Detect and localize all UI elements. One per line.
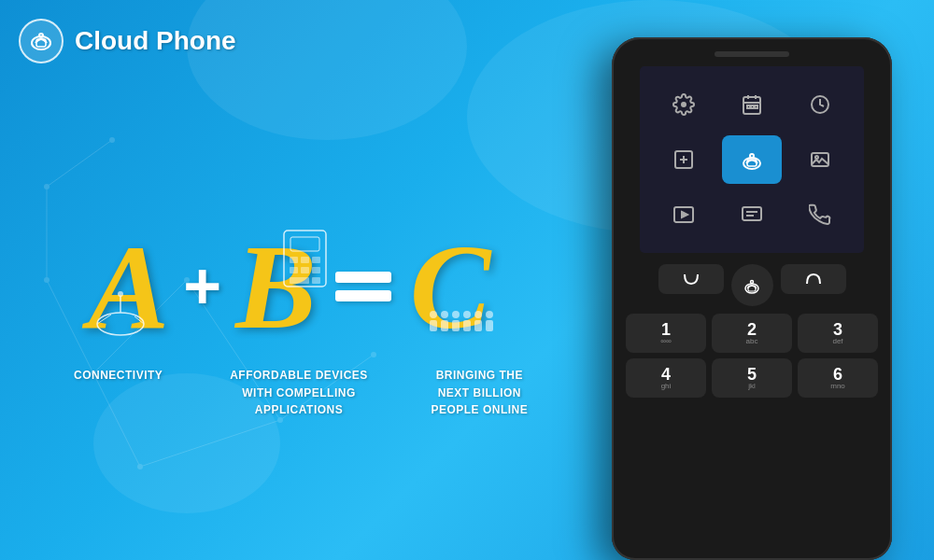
screen-icon-calendar[interactable] <box>722 80 783 128</box>
screen-icon-add[interactable] <box>654 135 715 183</box>
key-5-main: 5 <box>747 366 757 383</box>
crowd-icon <box>426 305 501 343</box>
key-1[interactable]: 1 ∞∞ <box>626 314 706 353</box>
phone-body: 1 ∞∞ 2 abc 3 def 4 ghi 5 jkl 6 mno <box>612 37 892 560</box>
plus-operator: + <box>183 254 221 319</box>
svg-point-34 <box>430 311 437 318</box>
key-4-sub: ghi <box>661 383 672 390</box>
svg-marker-63 <box>682 212 687 217</box>
svg-rect-51 <box>751 105 754 108</box>
svg-point-44 <box>486 311 493 318</box>
phone-screen <box>640 66 864 253</box>
svg-rect-25 <box>290 237 319 251</box>
affordable-text: AFFORDABLE DEVICESWITH COMPELLINGAPPLICA… <box>230 369 368 417</box>
equals-bar-bottom <box>335 290 391 301</box>
svg-rect-50 <box>747 105 750 108</box>
svg-rect-52 <box>755 105 757 108</box>
bringing-text: BRINGING THENEXT BILLIONPEOPLE ONLINE <box>431 369 528 417</box>
number-grid: 1 ∞∞ 2 abc 3 def 4 ghi 5 jkl 6 mno <box>612 314 892 398</box>
svg-rect-35 <box>430 320 437 331</box>
svg-rect-64 <box>743 207 761 220</box>
screen-icon-phone[interactable] <box>789 191 850 239</box>
nav-center-btn[interactable] <box>731 264 773 306</box>
svg-rect-45 <box>486 320 493 331</box>
connectivity-text: CONNECTIVITY <box>74 369 163 382</box>
phone-speaker <box>715 51 789 57</box>
letter-b-wrapper: B <box>235 226 317 347</box>
svg-point-42 <box>474 311 482 318</box>
key-5-sub: jkl <box>748 383 756 390</box>
key-6[interactable]: 6 mno <box>798 358 878 398</box>
svg-rect-41 <box>463 320 471 331</box>
phone-section: 1 ∞∞ 2 abc 3 def 4 ghi 5 jkl 6 mno <box>560 0 934 560</box>
nav-row <box>612 264 892 306</box>
svg-point-59 <box>750 154 754 158</box>
key-3-sub: def <box>832 338 842 345</box>
key-2-sub: abc <box>746 338 758 345</box>
svg-rect-33 <box>312 277 320 284</box>
screen-icon-image[interactable] <box>789 135 850 183</box>
formula-section: A + B <box>88 226 490 347</box>
key-2[interactable]: 2 abc <box>712 314 792 353</box>
svg-point-36 <box>441 311 448 318</box>
svg-point-38 <box>452 311 460 318</box>
calculator-icon <box>279 226 331 291</box>
svg-point-40 <box>463 311 471 318</box>
key-1-sub: ∞∞ <box>660 338 671 345</box>
nav-end-btn[interactable] <box>781 264 846 294</box>
desc-affordable: AFFORDABLE DEVICESWITH COMPELLINGAPPLICA… <box>208 366 389 418</box>
key-4[interactable]: 4 ghi <box>626 358 706 398</box>
screen-icon-cloud-phone[interactable] <box>722 135 783 183</box>
svg-rect-30 <box>301 267 309 273</box>
key-2-main: 2 <box>747 321 757 338</box>
key-5[interactable]: 5 jkl <box>712 358 792 398</box>
equals-bar-top <box>335 272 391 283</box>
key-6-sub: mno <box>830 383 845 390</box>
desc-bringing: BRINGING THENEXT BILLIONPEOPLE ONLINE <box>389 366 570 418</box>
svg-rect-28 <box>312 257 320 263</box>
svg-rect-31 <box>312 267 320 273</box>
desc-connectivity: CONNECTIVITY <box>28 366 208 418</box>
screen-icon-settings[interactable] <box>654 80 715 128</box>
svg-rect-27 <box>301 257 309 263</box>
letter-c-wrapper: C <box>410 226 491 347</box>
svg-rect-39 <box>452 320 460 331</box>
key-4-main: 4 <box>661 366 671 383</box>
equals-sign <box>335 272 391 301</box>
svg-point-69 <box>751 280 754 283</box>
svg-rect-32 <box>290 277 309 284</box>
key-1-main: 1 <box>661 321 671 338</box>
screen-icon-play[interactable] <box>654 191 715 239</box>
key-6-main: 6 <box>833 366 842 383</box>
svg-point-61 <box>815 156 818 159</box>
satellite-icon <box>88 287 153 343</box>
svg-point-21 <box>118 291 123 297</box>
svg-rect-37 <box>441 320 448 331</box>
nav-call-btn[interactable] <box>658 264 724 294</box>
screen-icon-clock[interactable] <box>789 80 850 128</box>
descriptions-row: CONNECTIVITY AFFORDABLE DEVICESWITH COMP… <box>28 366 570 418</box>
svg-rect-29 <box>290 267 298 273</box>
svg-point-19 <box>97 313 144 335</box>
key-3[interactable]: 3 def <box>798 314 878 353</box>
main-content: A + B <box>0 0 598 560</box>
key-3-main: 3 <box>833 321 842 338</box>
letter-a-wrapper: A <box>88 226 169 347</box>
svg-rect-43 <box>474 320 482 331</box>
screen-icon-message[interactable] <box>722 191 783 239</box>
svg-rect-26 <box>290 257 298 263</box>
